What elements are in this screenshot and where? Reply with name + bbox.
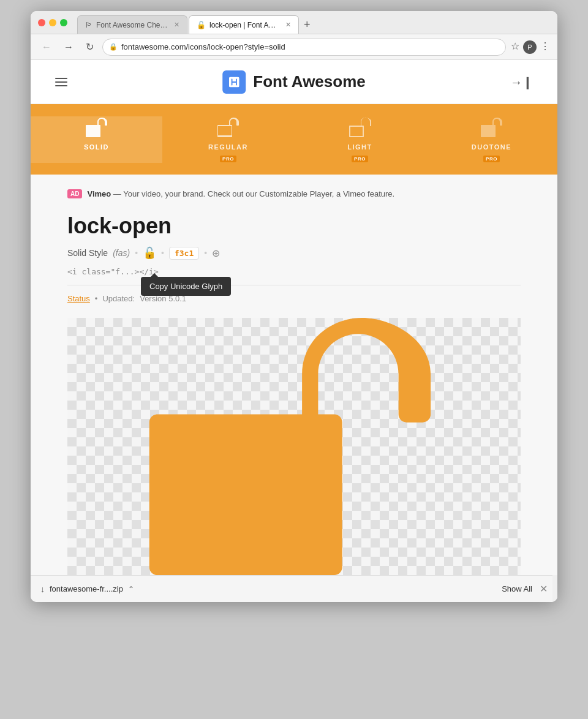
site-title: Font Awesome bbox=[253, 72, 365, 91]
style-tab-regular[interactable]: REGULAR PRO bbox=[162, 116, 294, 175]
tab2-label: lock-open | Font Awesome bbox=[209, 21, 279, 29]
download-file-icon: ↓ bbox=[40, 584, 45, 594]
status-link[interactable]: Status bbox=[67, 294, 90, 303]
solid-label: SOLID bbox=[84, 143, 109, 151]
regular-pro-badge: PRO bbox=[220, 156, 236, 162]
regular-icon bbox=[217, 116, 239, 138]
hamburger-line-2 bbox=[55, 81, 67, 83]
divider bbox=[67, 285, 521, 285]
duotone-icon bbox=[481, 116, 503, 138]
lock-open-large-icon bbox=[116, 318, 472, 575]
back-button[interactable]: ← bbox=[38, 39, 55, 55]
traffic-lights bbox=[38, 19, 67, 26]
light-pro-badge: PRO bbox=[352, 156, 368, 162]
tab-cheatsheet[interactable]: 🏳 Font Awesome Cheatsheet ✕ bbox=[77, 15, 187, 34]
nav-bar: ← → ↻ 🔒 fontawesome.com/icons/lock-open?… bbox=[31, 34, 557, 60]
download-chevron[interactable]: ⌃ bbox=[128, 585, 134, 593]
copy-glyph-icon[interactable]: ⊕ bbox=[212, 247, 220, 259]
forward-button[interactable]: → bbox=[60, 39, 77, 55]
status-dot: • bbox=[95, 294, 98, 303]
hamburger-line-1 bbox=[55, 78, 67, 79]
ad-brand: Vimeo bbox=[87, 189, 111, 198]
tab1-close[interactable]: ✕ bbox=[174, 21, 179, 29]
icon-name-title: lock-open bbox=[67, 213, 521, 239]
new-tab-button[interactable]: + bbox=[300, 15, 314, 34]
style-tab-light[interactable]: LIGHT PRO bbox=[294, 116, 426, 175]
html-code-ellipsis: ... bbox=[120, 267, 134, 276]
style-label: Solid Style bbox=[67, 248, 108, 258]
main-content: AD Vimeo — Your video, your brand. Check… bbox=[31, 175, 557, 575]
light-icon bbox=[349, 116, 371, 138]
minimize-traffic-light[interactable] bbox=[49, 19, 56, 26]
tab2-favicon: 🔓 bbox=[197, 21, 206, 29]
download-bar-close[interactable]: ✕ bbox=[540, 583, 548, 595]
html-code-container: <i class="f...></i> Copy Unicode Glyph bbox=[67, 267, 521, 276]
style-tag: (fas) bbox=[113, 248, 130, 258]
tab1-label: Font Awesome Cheatsheet bbox=[96, 21, 168, 29]
style-tab-solid[interactable]: SOLID bbox=[31, 116, 162, 163]
dot-3: • bbox=[204, 248, 207, 258]
download-filename: fontawesome-fr....zip bbox=[50, 584, 123, 593]
tabs-bar: 🏳 Font Awesome Cheatsheet ✕ 🔓 lock-open … bbox=[72, 11, 550, 34]
refresh-button[interactable]: ↻ bbox=[82, 39, 97, 55]
icon-preview-area bbox=[67, 318, 521, 575]
download-file: ↓ fontawesome-fr....zip ⌃ bbox=[40, 584, 134, 594]
ad-label: AD bbox=[67, 189, 82, 198]
menu-icon[interactable]: ⋮ bbox=[540, 40, 550, 54]
address-text: fontawesome.com/icons/lock-open?style=so… bbox=[121, 42, 285, 51]
hamburger-line-3 bbox=[55, 85, 67, 86]
regular-label: REGULAR bbox=[208, 143, 248, 151]
style-tabs-bar: SOLID REGULAR PRO LIGHT PRO bbox=[31, 104, 557, 175]
light-label: LIGHT bbox=[347, 143, 372, 151]
address-bar[interactable]: 🔒 fontawesome.com/icons/lock-open?style=… bbox=[102, 39, 506, 56]
ad-text: Vimeo — Your video, your brand. Check ou… bbox=[87, 189, 394, 198]
ssl-lock-icon: 🔒 bbox=[109, 43, 118, 51]
ad-banner: AD Vimeo — Your video, your brand. Check… bbox=[67, 189, 521, 198]
status-row: Status • Updated: Version 5.0.1 bbox=[67, 294, 521, 303]
lock-open-icon-meta[interactable]: 🔓 bbox=[143, 246, 156, 260]
updated-label: Updated: bbox=[102, 294, 135, 303]
style-tab-duotone[interactable]: DUOTONE PRO bbox=[426, 116, 557, 175]
signin-button[interactable]: →❙ bbox=[510, 75, 533, 89]
nav-actions: ☆ P ⋮ bbox=[511, 40, 550, 54]
dot-1: • bbox=[135, 248, 138, 258]
maximize-traffic-light[interactable] bbox=[60, 19, 67, 26]
solid-icon bbox=[86, 116, 108, 138]
unicode-glyph-tooltip: Copy Unicode Glyph bbox=[141, 277, 231, 296]
tab1-favicon: 🏳 bbox=[85, 21, 92, 29]
tab-lock-open[interactable]: 🔓 lock-open | Font Awesome ✕ bbox=[189, 15, 299, 34]
browser-window: 🏳 Font Awesome Cheatsheet ✕ 🔓 lock-open … bbox=[31, 11, 557, 602]
show-all-button[interactable]: Show All bbox=[502, 584, 532, 593]
duotone-pro-badge: PRO bbox=[483, 156, 500, 162]
html-code-text: <i class="f bbox=[67, 267, 120, 276]
hamburger-menu[interactable] bbox=[55, 78, 67, 86]
tab2-close[interactable]: ✕ bbox=[285, 21, 291, 29]
site-header: Font Awesome →❙ bbox=[31, 60, 557, 104]
dot-2: • bbox=[161, 248, 164, 258]
icon-meta-row: Solid Style (fas) • 🔓 • f3c1 • ⊕ bbox=[67, 246, 521, 260]
close-traffic-light[interactable] bbox=[38, 19, 45, 26]
fa-logo: Font Awesome bbox=[222, 70, 365, 94]
title-bar: 🏳 Font Awesome Cheatsheet ✕ 🔓 lock-open … bbox=[31, 11, 557, 34]
fa-logo-icon bbox=[222, 70, 246, 94]
duotone-label: DUOTONE bbox=[472, 143, 511, 151]
tooltip-text: Copy Unicode Glyph bbox=[149, 282, 222, 291]
ad-description: — Your video, your brand. Check out our … bbox=[113, 189, 394, 198]
unicode-value[interactable]: f3c1 bbox=[169, 247, 199, 260]
bookmark-icon[interactable]: ☆ bbox=[511, 40, 519, 54]
profile-icon[interactable]: P bbox=[523, 40, 537, 54]
download-bar: ↓ fontawesome-fr....zip ⌃ Show All ✕ bbox=[31, 575, 557, 602]
